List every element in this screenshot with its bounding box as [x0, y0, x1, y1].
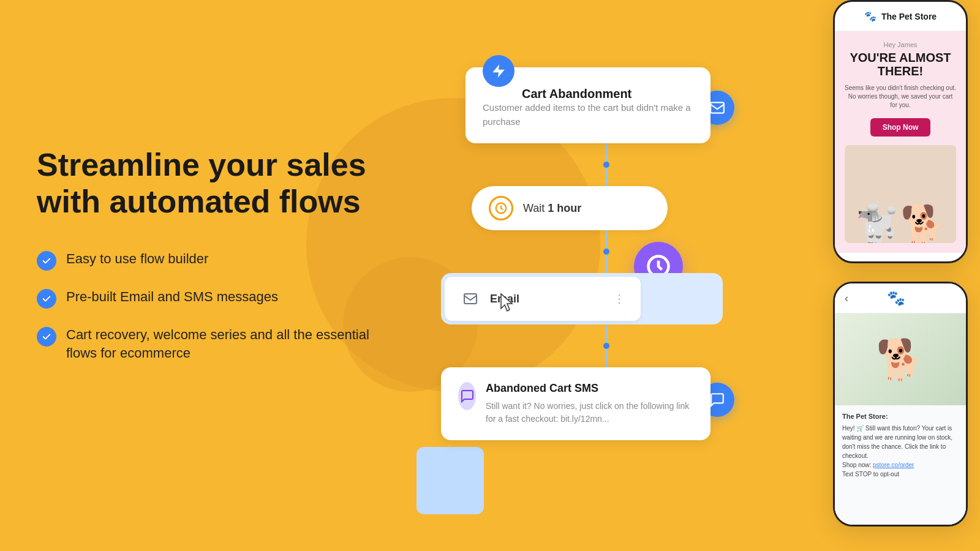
email-icon — [459, 288, 481, 310]
blue-square-decoration — [417, 447, 484, 514]
sms-card: Abandoned Cart SMS Still want it? No wor… — [441, 367, 710, 440]
cursor — [496, 291, 521, 316]
phone-headline: YOU'RE ALMOST THERE! — [845, 51, 956, 78]
paw-icon: 🐾 — [864, 10, 876, 22]
feature-item: Cart recovery, welcome series and all th… — [37, 326, 380, 364]
phone-top-bar: 🐾 The Pet Store — [835, 2, 966, 31]
dog-photo: 🐕 — [835, 313, 966, 405]
check-icon — [37, 327, 56, 347]
phone-email-content: Hey James YOU'RE ALMOST THERE! Seems lik… — [835, 31, 966, 253]
check-icon — [37, 251, 56, 271]
sms-message: Hey! 🛒 Still want this futon? Your cart … — [842, 424, 959, 479]
sms-icon — [458, 382, 476, 410]
cart-card-desc: Customer added items to the cart but did… — [483, 101, 693, 129]
connector-2 — [472, 230, 741, 273]
phone-top-mockup: 🐾 The Pet Store Hey James YOU'RE ALMOST … — [833, 0, 968, 263]
phone-bottom-mockup: ‹ 🐾 🐕 The Pet Store: Hey! 🛒 Still want t… — [833, 282, 968, 527]
pet-paw-icon: 🐾 — [887, 290, 905, 307]
check-icon — [37, 289, 56, 309]
email-area: Email ⋮ — [441, 273, 723, 324]
shop-now-button[interactable]: Shop Now — [870, 118, 931, 137]
phone-bottom-bar: ‹ 🐾 — [835, 283, 966, 313]
sms-link[interactable]: pstore.co/order — [873, 462, 914, 468]
wait-card: Wait 1 hour — [472, 186, 668, 230]
dogs-image: 🐩 🐕 — [845, 145, 956, 243]
connector-1 — [472, 143, 741, 186]
dog-poodle: 🐩 — [854, 206, 900, 243]
store-name-top: The Pet Store — [881, 12, 937, 21]
sms-card-desc: Still want it? No worries, just click on… — [486, 400, 693, 425]
svg-rect-1 — [464, 294, 477, 304]
feature-list: Easy to use flow builder Pre-built Email… — [37, 250, 380, 364]
feature-item: Pre-built Email and SMS messages — [37, 288, 380, 309]
cart-card-title: Cart Abandonment — [522, 87, 693, 101]
phone-description: Seems like you didn't finish checking ou… — [845, 84, 956, 110]
sms-sender: The Pet Store: — [842, 413, 959, 420]
email-card[interactable]: Email ⋮ — [445, 277, 641, 321]
clock-icon — [489, 196, 513, 220]
dog-corgi: 🐕 — [900, 206, 946, 243]
feature-item: Easy to use flow builder — [37, 250, 380, 271]
email-options-icon[interactable]: ⋮ — [614, 292, 626, 305]
wait-text: Wait 1 hour — [523, 202, 581, 215]
sms-bubble-area: The Pet Store: Hey! 🛒 Still want this fu… — [835, 405, 966, 527]
back-icon[interactable]: ‹ — [845, 292, 848, 305]
lightning-icon — [483, 55, 514, 87]
sms-card-title: Abandoned Cart SMS — [486, 382, 693, 395]
left-section: Streamline your sales with automated flo… — [37, 147, 380, 363]
headline: Streamline your sales with automated flo… — [37, 147, 380, 220]
cart-abandonment-card: Cart Abandonment Customer added items to… — [441, 67, 710, 143]
phone-greeting: Hey James — [845, 41, 956, 48]
connector-3 — [472, 324, 741, 367]
flow-column: Cart Abandonment Customer added items to… — [441, 67, 741, 440]
